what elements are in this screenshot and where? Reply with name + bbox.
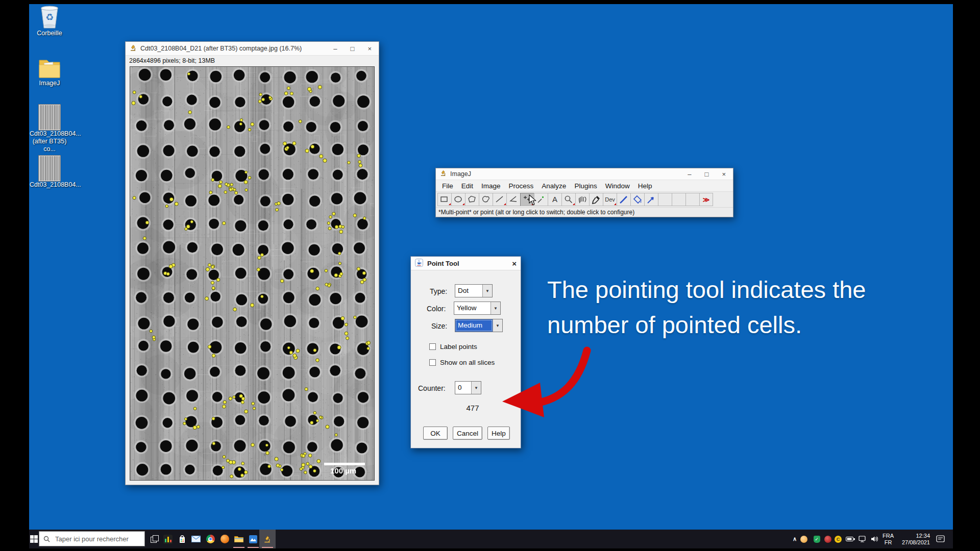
svg-text:Dev: Dev (605, 196, 615, 203)
icon-label: Cdt03_2108B04... (30, 130, 69, 138)
counter-dropdown[interactable]: 0 ▼ (455, 381, 481, 394)
icon-label: ImageJ (30, 80, 69, 87)
tool-wand[interactable] (534, 193, 548, 206)
tool-polygon[interactable] (465, 193, 479, 206)
taskbar-app-store[interactable] (175, 530, 189, 548)
chevron-down-icon: ▼ (471, 382, 481, 394)
photos-icon (249, 535, 257, 543)
tool-color-picker[interactable] (589, 193, 603, 206)
search-input[interactable] (54, 535, 138, 543)
recycle-bin-icon: ♻ (30, 4, 69, 30)
tray-chevron-icon[interactable]: ∧ (790, 530, 799, 548)
menu-plugins[interactable]: Plugins (570, 182, 601, 190)
icon-label: Cdt03_2108B04... (30, 181, 69, 189)
keyboard-code: FR (885, 539, 892, 546)
tool-line[interactable] (493, 193, 506, 206)
tool-oval[interactable] (451, 193, 465, 206)
minimize-icon[interactable]: – (688, 171, 691, 178)
taskbar-app-explorer[interactable] (232, 530, 246, 548)
minimize-icon[interactable]: – (333, 45, 337, 52)
tool-angle[interactable] (506, 193, 520, 206)
imagej-menubar: File Edit Image Process Analyze Plugins … (436, 180, 733, 191)
tool-hand[interactable] (575, 193, 589, 206)
tray-security[interactable]: ✓ (812, 530, 822, 548)
menu-analyze[interactable]: Analyze (537, 182, 570, 190)
tray-battery[interactable] (844, 530, 856, 548)
specimen-canvas[interactable] (130, 66, 375, 481)
tray-app-3[interactable]: C (833, 530, 843, 548)
color-dropdown[interactable]: Yellow ▼ (454, 302, 501, 315)
tool-flood-fill[interactable] (630, 193, 644, 206)
audio-app-icon (163, 535, 173, 544)
ok-button[interactable]: OK (423, 427, 448, 440)
chevron-down-icon: ▼ (493, 319, 502, 332)
taskbar-app-mail[interactable] (189, 530, 203, 548)
tray-volume[interactable] (868, 530, 880, 548)
taskbar-app-photos[interactable] (246, 530, 260, 548)
desktop-icon-image-file-1[interactable]: Cdt03_2108B04... (after BT35) co... (30, 105, 69, 153)
start-button[interactable] (29, 530, 39, 548)
counter-label: Counter: (418, 384, 446, 392)
language-indicator[interactable]: FRA FR (880, 530, 896, 548)
taskbar-app-browser[interactable] (217, 530, 232, 548)
maximize-icon[interactable]: □ (351, 45, 355, 52)
size-dropdown[interactable]: Medium ▼ (455, 319, 503, 332)
taskbar-clock[interactable]: 12:34 27/08/2021 (896, 530, 930, 548)
tool-dev[interactable]: Dev (603, 193, 617, 206)
menu-file[interactable]: File (438, 182, 457, 190)
action-center-button[interactable] (933, 530, 947, 548)
desktop-icon-imagej-folder[interactable]: ImageJ (30, 56, 69, 87)
menu-help[interactable]: Help (634, 182, 656, 190)
tool-arrow[interactable] (644, 193, 658, 206)
help-button[interactable]: Help (487, 427, 510, 440)
close-icon[interactable]: × (722, 171, 726, 178)
taskbar-app-audio[interactable] (161, 530, 175, 548)
svg-text:♻: ♻ (45, 12, 54, 22)
menu-window[interactable]: Window (601, 182, 634, 190)
chevron-up-icon: ∧ (793, 536, 797, 542)
tray-yellow-icon: C (835, 536, 842, 543)
imagej-titlebar[interactable]: ImageJ – □ × (436, 168, 733, 180)
taskbar-app-chrome[interactable] (203, 530, 217, 548)
cancel-button[interactable]: Cancel (453, 427, 482, 440)
point-tool-titlebar[interactable]: Point Tool × (411, 257, 521, 270)
windows-logo-icon (30, 535, 38, 543)
color-value: Yellow (454, 302, 491, 314)
image-window-titlebar[interactable]: Cdt03_2108B04_D21 (after BT35) comptage.… (126, 42, 379, 56)
store-icon (178, 535, 186, 543)
tool-multi-point[interactable] (520, 193, 534, 206)
tray-network[interactable] (856, 530, 869, 548)
desktop-icon-recycle-bin[interactable]: ♻ Corbeille (30, 4, 69, 37)
type-dropdown[interactable]: Dot ▼ (455, 284, 493, 297)
task-view-button[interactable] (148, 530, 162, 548)
tray-app-2[interactable] (823, 530, 833, 548)
taskbar-app-imagej[interactable] (259, 530, 276, 548)
clock-time: 12:34 (916, 533, 930, 539)
show-all-slices-checkbox[interactable] (429, 359, 436, 366)
maximize-icon[interactable]: □ (705, 171, 709, 178)
shield-check-icon: ✓ (814, 536, 820, 543)
type-value: Dot (455, 285, 482, 297)
label-points-checkbox[interactable] (429, 343, 436, 350)
desktop-icon-image-file-2[interactable]: Cdt03_2108B04... (30, 156, 69, 189)
tool-rectangle[interactable] (437, 193, 451, 206)
folder-icon (30, 56, 69, 80)
tool-more-tools[interactable]: ≫ (699, 193, 713, 206)
tool-empty-slot (658, 193, 672, 206)
taskbar-search[interactable] (39, 531, 145, 546)
label-points-label: Label points (440, 343, 477, 350)
close-icon[interactable]: × (368, 45, 372, 52)
color-label: Color: (427, 305, 446, 313)
point-tool-title: Point Tool (427, 260, 508, 267)
close-icon[interactable]: × (512, 260, 517, 267)
annotation-line-1: The pointing tool indicates the (547, 272, 866, 307)
tool-empty-slot (672, 193, 685, 206)
tray-app-1[interactable] (799, 530, 809, 548)
tool-freehand[interactable] (479, 193, 493, 206)
tool-text[interactable]: A (548, 193, 561, 206)
menu-process[interactable]: Process (505, 182, 538, 190)
tool-zoom[interactable] (561, 193, 575, 206)
menu-image[interactable]: Image (477, 182, 505, 190)
menu-edit[interactable]: Edit (457, 182, 477, 190)
tool-brush[interactable] (617, 193, 630, 206)
